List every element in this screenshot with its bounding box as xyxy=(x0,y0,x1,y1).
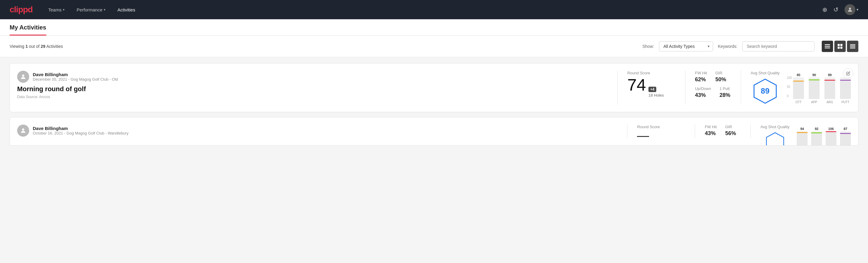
add-icon[interactable]: ⊕ xyxy=(822,6,828,13)
divider xyxy=(695,124,695,138)
chevron-down-icon: ▾ xyxy=(104,8,105,12)
quality-label: Avg Shot Quality xyxy=(760,124,789,129)
filters-bar: Viewing 1 out of 29 Activities Show: All… xyxy=(0,36,868,57)
svg-rect-9 xyxy=(850,46,856,46)
activity-card: Dave Billingham December 05, 2021 - Gog … xyxy=(10,63,858,112)
bar-value: 90 xyxy=(812,73,816,77)
user-info: Dave Billingham October 16, 2021 - Gog M… xyxy=(17,124,617,137)
y-axis-100: 100 xyxy=(787,76,792,80)
sub-stats-section: FW Hit 62% GIR 50% Up/Down 43% xyxy=(695,71,731,98)
bar-value: 106 xyxy=(828,127,834,130)
score-main: 74 +4 18 Holes xyxy=(627,77,676,97)
divider xyxy=(685,71,685,105)
fw-hit-value: 62% xyxy=(695,77,707,83)
show-label: Show: xyxy=(643,44,654,49)
score-placeholder xyxy=(637,136,649,137)
round-score-label: Round Score xyxy=(627,71,676,75)
card-left: Dave Billingham October 16, 2021 - Gog M… xyxy=(17,124,617,139)
fw-hit-stat: FW Hit 43% xyxy=(705,124,717,137)
svg-rect-5 xyxy=(840,44,842,46)
avatar[interactable] xyxy=(844,4,856,15)
y-axis-0: 0 xyxy=(787,94,792,98)
score-holes: 18 Holes xyxy=(648,93,664,97)
bar-value: 92 xyxy=(815,127,818,130)
user-details: Dave Billingham October 16, 2021 - Gog M… xyxy=(33,126,128,136)
chevron-down-icon: ▾ xyxy=(63,8,65,12)
quality-label: Avg Shot Quality xyxy=(751,71,780,75)
gir-stat: GIR 50% xyxy=(715,71,726,83)
bar-value: 94 xyxy=(800,127,804,130)
user-menu[interactable]: ▾ xyxy=(844,4,858,15)
updown-label: Up/Down xyxy=(695,86,711,91)
bar-column: 92APP xyxy=(811,127,822,146)
avatar-chevron-icon: ▾ xyxy=(857,7,858,12)
bar-column: 85OTT xyxy=(793,73,804,104)
avatar xyxy=(17,124,29,137)
score-section: Round Score xyxy=(637,124,685,142)
activity-type-select[interactable]: All Activity Types Rounds Practice xyxy=(659,41,713,52)
round-score-label: Round Score xyxy=(637,124,685,129)
avatar xyxy=(17,71,29,83)
activity-type-select-wrapper: All Activity Types Rounds Practice ▾ xyxy=(659,41,713,52)
divider xyxy=(617,71,618,105)
svg-rect-3 xyxy=(825,48,830,49)
bar-value: 87 xyxy=(844,127,847,130)
svg-rect-7 xyxy=(840,47,842,49)
nav-item-performance[interactable]: Performance ▾ xyxy=(75,5,107,15)
svg-rect-8 xyxy=(850,44,856,45)
bar-column: 94OTT xyxy=(797,127,808,146)
svg-rect-10 xyxy=(850,47,856,47)
divider xyxy=(741,71,741,105)
updown-value: 43% xyxy=(695,92,711,98)
quality-hexagon xyxy=(765,132,785,146)
svg-rect-6 xyxy=(838,47,840,49)
gir-value: 56% xyxy=(725,130,736,137)
bar-value: 89 xyxy=(828,73,832,77)
navbar: clippd Teams ▾ Performance ▾ Activities … xyxy=(0,0,868,19)
divider xyxy=(627,124,627,138)
nav-item-teams[interactable]: Teams ▾ xyxy=(47,5,66,15)
user-date: October 16, 2021 - Gog Magog Golf Club -… xyxy=(33,131,128,136)
bar-chart-section: 100 50 0 85OTT90APP89ARG89PUTT xyxy=(787,72,851,104)
svg-marker-16 xyxy=(766,133,784,146)
list-dense-view-button[interactable] xyxy=(822,40,833,52)
edit-button[interactable] xyxy=(843,68,853,79)
svg-point-12 xyxy=(22,75,24,77)
fw-hit-label: FW Hit xyxy=(705,124,717,129)
bar-column: 87PUTT xyxy=(840,127,851,146)
view-toggle xyxy=(822,40,858,52)
bar-column: 106ARG xyxy=(826,127,836,146)
bar-label: OTT xyxy=(796,100,802,104)
svg-rect-4 xyxy=(838,44,840,46)
round-title: Morning round of golf xyxy=(17,85,608,93)
keywords-label: Keywords: xyxy=(718,44,738,49)
quality-block: Avg Shot Quality 89 xyxy=(751,71,780,105)
refresh-icon[interactable]: ↺ xyxy=(833,6,839,13)
one-putt-stat: 1 Putt 28% xyxy=(719,86,730,98)
bar-label: PUTT xyxy=(841,100,849,104)
quality-section: Avg Shot Quality 94OTT92APP106ARG87PUTT xyxy=(760,124,851,146)
list-view-button[interactable] xyxy=(847,40,858,52)
bar-chart: 85OTT90APP89ARG89PUTT xyxy=(793,73,851,104)
bar-column: 90APP xyxy=(809,73,819,104)
bar-value: 85 xyxy=(797,73,800,77)
score-badge: +4 xyxy=(648,87,656,92)
grid-view-button[interactable] xyxy=(834,40,846,52)
nav-icons: ⊕ ↺ ▾ xyxy=(822,4,858,15)
one-putt-label: 1 Putt xyxy=(719,86,730,91)
fw-hit-stat: FW Hit 62% xyxy=(695,71,707,83)
page-title: My Activities xyxy=(10,24,46,35)
gir-stat: GIR 56% xyxy=(725,124,736,137)
nav-item-activities[interactable]: Activities xyxy=(116,5,136,15)
bar-label: ARG xyxy=(827,100,833,104)
bar-chart-section-2: 94OTT92APP106ARG87PUTT xyxy=(797,127,851,146)
search-input[interactable] xyxy=(742,41,814,52)
logo[interactable]: clippd xyxy=(10,5,32,14)
score-value: 74 xyxy=(627,77,646,93)
user-name: Dave Billingham xyxy=(33,126,128,131)
data-source: Data Source: Arccos xyxy=(17,95,608,99)
svg-point-15 xyxy=(22,128,24,130)
viewing-count-text: Viewing 1 out of 29 Activities xyxy=(10,44,638,49)
svg-text:89: 89 xyxy=(761,86,770,95)
quality-section: Avg Shot Quality 89 100 50 0 xyxy=(751,71,851,105)
